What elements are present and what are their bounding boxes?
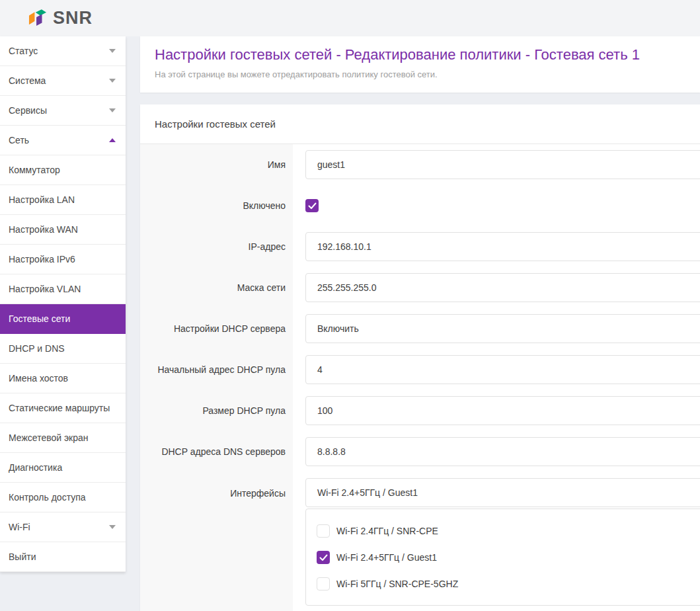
sidebar-item-logout[interactable]: Выйти: [0, 542, 126, 572]
sidebar-item-label: Сервисы: [9, 105, 47, 116]
chevron-down-icon: [109, 108, 116, 112]
form-row-ip-address: IP-адрес192.168.10.1: [140, 226, 700, 267]
sidebar-item-services[interactable]: Сервисы: [0, 96, 126, 126]
field-label-dhcp-pool-size: Размер DHCP пула: [140, 390, 293, 431]
sidebar-item-label: Настройка VLAN: [9, 284, 81, 294]
field-value-cell: 255.255.255.0: [293, 267, 700, 308]
sidebar-item-lan-settings[interactable]: Настройка LAN: [0, 185, 126, 215]
sidebar-item-guest-networks[interactable]: Гостевые сети: [0, 304, 126, 334]
form-card-title: Настройки гостевых сетей: [140, 104, 700, 144]
sidebar-item-label: Гостевые сети: [9, 313, 70, 324]
snr-logo: SNR: [28, 8, 93, 28]
sidebar-item-label: Система: [9, 75, 46, 86]
sidebar-item-vlan-settings[interactable]: Настройка VLAN: [0, 274, 126, 304]
form-row-enabled: Включено: [140, 185, 700, 226]
page-header-card: Настройки гостевых сетей - Редактировани…: [140, 36, 700, 93]
field-value-cell: Wi-Fi 2.4+5ГГц / Guest1Wi-Fi 2.4ГГц / SN…: [293, 472, 700, 611]
sidebar-item-label: Межсетевой экран: [9, 432, 89, 443]
field-label-dhcp-dns: DHCP адреса DNS серверов: [140, 431, 293, 472]
interfaces-option-checkbox-1[interactable]: [317, 551, 330, 564]
interfaces-option-0[interactable]: Wi-Fi 2.4ГГц / SNR-CPE: [317, 524, 700, 538]
interfaces-option-1[interactable]: Wi-Fi 2.4+5ГГц / Guest1: [317, 551, 700, 564]
chevron-down-icon: [109, 79, 116, 83]
netmask-input[interactable]: 255.255.255.0: [305, 273, 700, 302]
sidebar-item-label: Wi-Fi: [9, 522, 30, 532]
sidebar-item-hostnames[interactable]: Имена хостов: [0, 364, 126, 393]
name-input[interactable]: guest1: [305, 150, 700, 179]
option-label: Wi-Fi 5ГГц / SNR-CPE-5GHZ: [336, 579, 458, 589]
ip-address-input[interactable]: 192.168.10.1: [305, 232, 700, 261]
sidebar-item-label: Статус: [9, 46, 38, 56]
field-value-cell: 192.168.10.1: [293, 226, 700, 267]
field-label-enabled: Включено: [140, 185, 293, 226]
field-label-ip-address: IP-адрес: [140, 226, 293, 267]
form-rows: Имяguest1ВключеноIP-адрес192.168.10.1Мас…: [140, 144, 700, 611]
sidebar-item-static-routes[interactable]: Статические маршруты: [0, 393, 126, 423]
option-label: Wi-Fi 2.4ГГц / SNR-CPE: [336, 526, 438, 536]
sidebar-item-label: Статические маршруты: [9, 403, 110, 413]
sidebar: СтатусСистемаСервисыСетьКоммутаторНастро…: [0, 36, 126, 572]
dhcp-server-input[interactable]: Включить: [305, 314, 700, 343]
enabled-checkbox[interactable]: [305, 199, 319, 212]
sidebar-item-wan-settings[interactable]: Настройка WAN: [0, 215, 126, 245]
guest-network-form-card: Настройки гостевых сетей Имяguest1Включе…: [140, 104, 700, 611]
field-value-cell: Включить: [293, 308, 700, 349]
field-value-cell: 4: [293, 349, 700, 390]
interfaces-option-checkbox-0[interactable]: [317, 524, 330, 538]
form-row-dhcp-pool-start: Начальный адрес DHCP пула4: [140, 349, 700, 390]
field-label-name: Имя: [140, 144, 293, 185]
sidebar-item-status[interactable]: Статус: [0, 36, 126, 66]
form-row-dhcp-dns: DHCP адреса DNS серверов8.8.8.8: [140, 431, 700, 472]
sidebar-item-label: Настройка WAN: [9, 224, 78, 235]
interfaces-option-checkbox-2[interactable]: [317, 577, 330, 591]
page-title: Настройки гостевых сетей - Редактировани…: [155, 46, 685, 63]
field-label-dhcp-pool-start: Начальный адрес DHCP пула: [140, 349, 293, 390]
sidebar-item-label: DHCP и DNS: [9, 343, 65, 354]
sidebar-item-label: Коммутатор: [9, 165, 60, 175]
sidebar-item-label: Имена хостов: [9, 373, 68, 384]
top-header-bar: SNR: [0, 0, 700, 36]
snr-logo-text: SNR: [53, 8, 93, 28]
form-row-dhcp-pool-size: Размер DHCP пула100: [140, 390, 700, 431]
sidebar-item-label: Выйти: [9, 551, 36, 562]
dhcp-pool-start-input[interactable]: 4: [305, 355, 700, 384]
sidebar-item-label: Сеть: [9, 135, 29, 145]
sidebar-item-ipv6-settings[interactable]: Настройка IPv6: [0, 245, 126, 274]
sidebar-item-label: Настройка LAN: [9, 194, 75, 205]
sidebar-item-firewall[interactable]: Межсетевой экран: [0, 423, 126, 453]
option-label: Wi-Fi 2.4+5ГГц / Guest1: [336, 552, 437, 563]
sidebar-item-network[interactable]: Сеть: [0, 126, 126, 155]
main-content: Настройки гостевых сетей - Редактировани…: [140, 36, 700, 611]
field-label-netmask: Маска сети: [140, 267, 293, 308]
field-label-interfaces: Интерфейсы: [140, 472, 293, 611]
sidebar-item-label: Настройка IPv6: [9, 254, 75, 265]
page-subtitle: На этой странице вы можете отредактирова…: [155, 69, 685, 79]
field-value-cell: 8.8.8.8: [293, 431, 700, 472]
form-row-dhcp-server: Настройки DHCP сервераВключить: [140, 308, 700, 349]
interfaces-selected-display[interactable]: Wi-Fi 2.4+5ГГц / Guest1: [305, 478, 700, 507]
sidebar-item-system[interactable]: Система: [0, 66, 126, 96]
sidebar-item-wifi[interactable]: Wi-Fi: [0, 512, 126, 542]
field-value-cell: guest1: [293, 144, 700, 185]
field-value-cell: 100: [293, 390, 700, 431]
chevron-down-icon: [109, 49, 116, 53]
dhcp-pool-size-input[interactable]: 100: [305, 396, 700, 425]
field-label-dhcp-server: Настройки DHCP сервера: [140, 308, 293, 349]
sidebar-item-label: Контроль доступа: [9, 492, 86, 503]
chevron-up-icon: [109, 138, 116, 142]
sidebar-item-access-control[interactable]: Контроль доступа: [0, 483, 126, 512]
form-row-netmask: Маска сети255.255.255.0: [140, 267, 700, 308]
interfaces-option-2[interactable]: Wi-Fi 5ГГц / SNR-CPE-5GHZ: [317, 577, 700, 591]
snr-logo-cube-icon: [28, 9, 48, 28]
sidebar-item-diagnostics[interactable]: Диагностика: [0, 453, 126, 483]
dhcp-dns-input[interactable]: 8.8.8.8: [305, 437, 700, 466]
chevron-down-icon: [109, 525, 116, 529]
field-value-cell: [293, 185, 319, 226]
interfaces-options-panel: Wi-Fi 2.4ГГц / SNR-CPEWi-Fi 2.4+5ГГц / G…: [305, 509, 700, 606]
sidebar-item-switch[interactable]: Коммутатор: [0, 155, 126, 185]
form-row-name: Имяguest1: [140, 144, 700, 185]
form-row-interfaces: ИнтерфейсыWi-Fi 2.4+5ГГц / Guest1Wi-Fi 2…: [140, 472, 700, 611]
sidebar-item-label: Диагностика: [9, 462, 62, 473]
sidebar-item-dhcp-dns[interactable]: DHCP и DNS: [0, 334, 126, 364]
